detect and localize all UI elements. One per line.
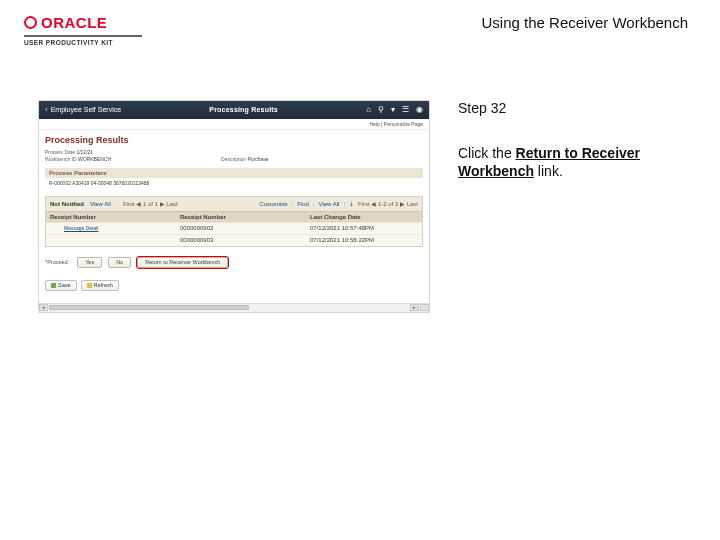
- horizontal-scrollbar[interactable]: ◂ ▸: [39, 303, 429, 312]
- notifications-icon[interactable]: ▾: [391, 105, 395, 114]
- step-label: Step 32: [458, 100, 694, 116]
- back-button[interactable]: ‹ Employee Self Service: [45, 105, 121, 114]
- grid-pager[interactable]: First ◀ 1-2 of 2 ▶ Last: [358, 200, 418, 207]
- nav-icon[interactable]: ☰: [402, 105, 409, 114]
- app-subheader: Help | Personalize Page: [39, 119, 429, 130]
- desc-value: Purchase: [247, 156, 268, 162]
- page-heading: Processing Results: [45, 135, 423, 145]
- scroll-thumb[interactable]: [49, 305, 249, 310]
- yes-button[interactable]: Yes: [77, 257, 102, 268]
- date-label: Process Date: [45, 149, 75, 155]
- oracle-logo-text: ORACLE: [41, 14, 107, 31]
- scroll-track[interactable]: [48, 304, 410, 311]
- grid-customize-link[interactable]: Customize: [259, 201, 287, 207]
- workbench-label: Workbench ID: [45, 156, 77, 162]
- app-screenshot: ‹ Employee Self Service Processing Resul…: [38, 100, 430, 313]
- grid-col-2: Receipt Number: [176, 212, 306, 222]
- oracle-logo-o-icon: [24, 16, 37, 29]
- workbench-value: WORKBENCH: [78, 156, 111, 162]
- brand-subline: USER PRODUCTIVITY KIT: [24, 39, 142, 46]
- not-notified-grid: Not Notified View All First ◀ 1 of 1 ▶ L…: [45, 196, 423, 247]
- home-icon[interactable]: ⌂: [366, 105, 371, 114]
- grid-viewall[interactable]: View All: [90, 201, 111, 207]
- grid-find-link[interactable]: Find: [297, 201, 309, 207]
- chevron-left-icon: ‹: [45, 105, 48, 114]
- save-label: Save: [58, 282, 71, 288]
- download-icon[interactable]: ⤓: [349, 200, 354, 207]
- grid-viewall2-link[interactable]: View All: [319, 201, 340, 207]
- refresh-button[interactable]: Refresh: [81, 280, 119, 291]
- refresh-icon: [87, 283, 92, 288]
- app-header: ‹ Employee Self Service Processing Resul…: [39, 101, 429, 119]
- oracle-brand: ORACLE USER PRODUCTIVITY KIT: [24, 14, 142, 46]
- oracle-logo: ORACLE: [24, 14, 142, 31]
- search-icon[interactable]: ⚲: [378, 105, 384, 114]
- brand-underline: [24, 35, 142, 37]
- grid-title: Not Notified: [50, 201, 84, 207]
- doc-title: Using the Receiver Workbench: [482, 14, 688, 31]
- grid-col-3: Last Change Date: [306, 212, 422, 222]
- scroll-left-icon[interactable]: ◂: [39, 304, 48, 311]
- table-row: 0000000903 07/12/2021 10:58:22PM: [46, 234, 422, 246]
- instruction-panel: Step 32 Click the Return to Receiver Wor…: [458, 100, 694, 182]
- refresh-label: Refresh: [94, 282, 113, 288]
- section-process-parameters: Process Parameters: [45, 168, 423, 178]
- top-right-links[interactable]: Help | Personalize Page: [369, 121, 423, 127]
- cell-value: 07/12/2021 10:58:22PM: [306, 235, 422, 245]
- grid-col-1: Receipt Number: [46, 212, 176, 222]
- date-value: 1/12/21: [76, 149, 93, 155]
- desc-label: Description: [221, 156, 246, 162]
- grid-nav[interactable]: First ◀ 1 of 1 ▶ Last: [123, 200, 178, 207]
- params-line: R-000002 A30419 04-00048 3676020113488: [45, 178, 423, 188]
- step-body: Click the Return to Receiver Workbench l…: [458, 144, 694, 182]
- actions-icon[interactable]: ◉: [416, 105, 423, 114]
- table-row: Message Detail 0000000902 07/12/2021 10:…: [46, 222, 422, 234]
- app-screen-title: Processing Results: [121, 106, 366, 113]
- scroll-corner: [420, 304, 429, 311]
- cell-value: 07/12/2021 10:57:48PM: [306, 223, 422, 233]
- message-detail-link[interactable]: Message Detail: [64, 225, 98, 231]
- cell-value: 0000000903: [176, 235, 306, 245]
- cell-value: 0000000902: [176, 223, 306, 233]
- proceed-label: *Proceed:: [45, 259, 69, 265]
- save-button[interactable]: Save: [45, 280, 77, 291]
- step-text-suffix: link.: [534, 163, 563, 179]
- return-to-receiver-workbench-button[interactable]: Return to Receiver Workbench: [137, 257, 228, 268]
- save-icon: [51, 283, 56, 288]
- step-text-prefix: Click the: [458, 145, 516, 161]
- back-label: Employee Self Service: [51, 106, 121, 113]
- scroll-right-icon[interactable]: ▸: [410, 304, 419, 311]
- no-button[interactable]: No: [108, 257, 131, 268]
